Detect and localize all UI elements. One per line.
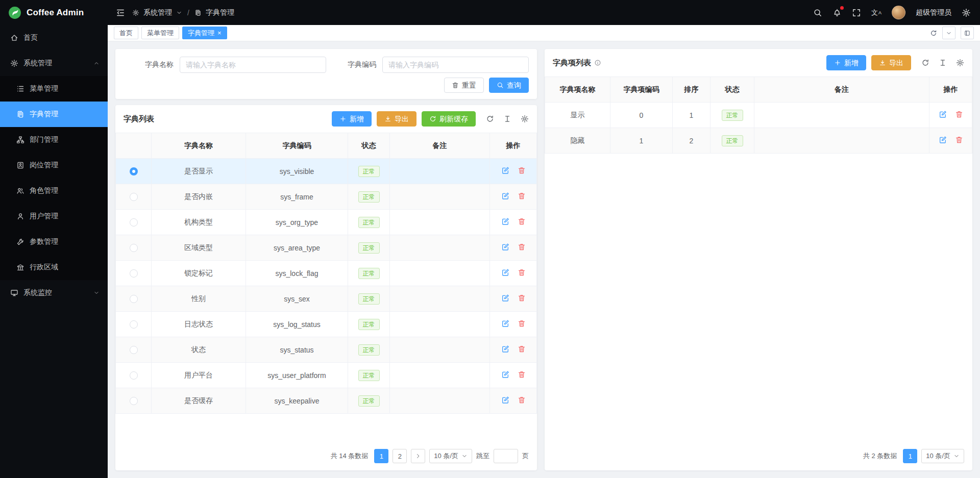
sidebar-collapse-button[interactable] [116,8,125,17]
refresh-cache-button[interactable]: 刷新缓存 [422,111,476,127]
info-icon[interactable] [594,59,601,66]
tab-options-dropdown[interactable] [942,27,955,39]
table-row[interactable]: 锁定标记 sys_lock_flag 正常 [116,261,537,286]
edit-icon[interactable] [501,345,509,353]
delete-icon[interactable] [518,396,526,404]
table-settings-button[interactable] [956,59,964,67]
table-row[interactable]: 状态 sys_status 正常 [116,337,537,363]
edit-icon[interactable] [501,396,509,404]
edit-icon[interactable] [501,166,509,174]
table-row[interactable]: 机构类型 sys_org_type 正常 [116,210,537,235]
delete-icon[interactable] [518,217,526,225]
delete-icon[interactable] [518,294,526,302]
tab-dict-management[interactable]: 字典管理 [182,27,227,39]
edit-icon[interactable] [501,192,509,200]
query-button[interactable]: 查询 [489,78,529,93]
sidebar-item-admin-area[interactable]: 行政区域 [0,255,108,280]
edit-icon[interactable] [501,294,509,302]
add-item-button[interactable]: 新增 [826,55,866,70]
notifications-button[interactable] [832,8,842,17]
pagination-page-2[interactable]: 2 [393,449,407,463]
sidebar-item-home[interactable]: 首页 [0,25,108,51]
radio-button[interactable] [130,244,138,252]
dict-name-input[interactable] [180,57,326,73]
export-button[interactable]: 导出 [377,111,416,127]
edit-icon[interactable] [501,319,509,328]
sidebar-item-system-monitor[interactable]: 系统监控 [0,280,108,306]
radio-button[interactable] [130,346,138,354]
column-settings-button[interactable] [503,115,511,123]
radio-button[interactable] [130,295,138,303]
breadcrumb-root[interactable]: 系统管理 [143,8,172,17]
add-button[interactable]: 新增 [332,111,372,127]
sidebar-item-label: 系统监控 [23,288,52,297]
radio-button[interactable] [130,320,138,329]
table-row[interactable]: 区域类型 sys_area_type 正常 [116,235,537,261]
page-size-select[interactable]: 10 条/页 [429,449,472,463]
fullscreen-button[interactable] [852,8,861,17]
edit-icon[interactable] [501,243,509,251]
tab-menu-management[interactable]: 菜单管理 [141,27,179,39]
sidebar-item-dict-management[interactable]: 字典管理 [0,102,108,127]
reset-button[interactable]: 重置 [444,78,484,93]
delete-icon[interactable] [518,192,526,200]
export-items-button[interactable]: 导出 [871,55,911,70]
delete-icon[interactable] [518,243,526,251]
sidebar-item-user-management[interactable]: 用户管理 [0,204,108,229]
page-size-select[interactable]: 10 条/页 [921,449,964,463]
tab-home[interactable]: 首页 [114,27,138,39]
delete-icon[interactable] [518,319,526,328]
settings-button[interactable] [962,8,971,17]
table-row[interactable]: 隐藏 1 2 正常 [545,128,972,154]
table-row[interactable]: 是否内嵌 sys_frame 正常 [116,184,537,210]
table-row[interactable]: 是否显示 sys_visible 正常 [116,159,537,184]
table-row[interactable]: 性别 sys_sex 正常 [116,286,537,312]
column-header-status: 状态 [710,77,754,103]
table-row[interactable]: 显示 0 1 正常 [545,103,972,128]
translate-button[interactable] [871,8,881,17]
radio-button[interactable] [130,218,138,227]
refresh-table-button[interactable] [486,115,494,123]
delete-icon[interactable] [518,370,526,379]
sidebar-item-post-management[interactable]: 岗位管理 [0,153,108,178]
edit-icon[interactable] [501,370,509,379]
jump-page-input[interactable] [494,449,518,463]
refresh-tab-button[interactable] [930,30,937,37]
search-button[interactable] [813,8,822,17]
avatar[interactable] [892,6,905,19]
sidebar-item-dept-management[interactable]: 部门管理 [0,127,108,153]
pagination-next-button[interactable] [411,449,425,463]
radio-button[interactable] [130,167,138,175]
tab-label: 首页 [119,29,133,38]
sidebar-item-system-management[interactable]: 系统管理 [0,51,108,76]
delete-icon[interactable] [518,268,526,276]
sidebar-item-role-management[interactable]: 角色管理 [0,178,108,204]
table-row[interactable]: 用户平台 sys_user_platform 正常 [116,363,537,388]
delete-icon[interactable] [518,166,526,174]
refresh-table-button[interactable] [921,59,929,67]
remark-cell [390,337,490,363]
edit-icon[interactable] [939,110,947,118]
delete-icon[interactable] [955,110,963,118]
table-row[interactable]: 日志状态 sys_log_status 正常 [116,312,537,337]
close-icon[interactable] [217,30,222,36]
edit-icon[interactable] [501,217,509,225]
radio-button[interactable] [130,371,138,380]
column-settings-button[interactable] [939,59,947,67]
sidebar-item-menu-management[interactable]: 菜单管理 [0,76,108,102]
radio-button[interactable] [130,193,138,201]
dict-code-input[interactable] [382,57,529,73]
radio-button[interactable] [130,269,138,278]
pagination-page-1[interactable]: 1 [374,449,388,463]
edit-icon[interactable] [501,268,509,276]
pagination-page-1[interactable]: 1 [903,449,917,463]
delete-icon[interactable] [955,136,963,144]
radio-button[interactable] [130,397,138,405]
table-settings-button[interactable] [521,115,529,123]
sidebar-item-param-management[interactable]: 参数管理 [0,229,108,255]
refresh-icon [921,59,929,67]
delete-icon[interactable] [518,345,526,353]
content-expand-button[interactable] [961,27,974,39]
table-row[interactable]: 是否缓存 sys_keepalive 正常 [116,388,537,414]
edit-icon[interactable] [939,136,947,144]
